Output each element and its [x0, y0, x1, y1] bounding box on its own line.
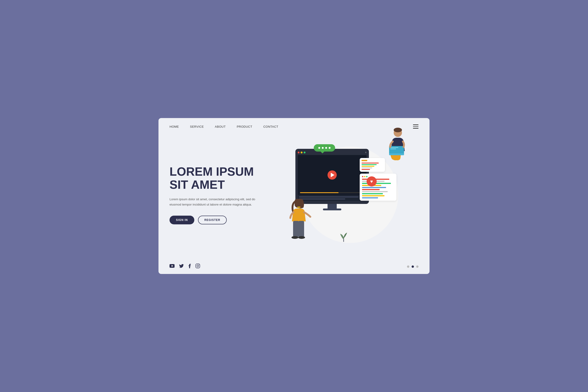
hero-title: LOREM IPSUM SIT AMET: [170, 165, 277, 191]
svg-rect-3: [389, 146, 404, 154]
heart-icon: ♥: [366, 176, 377, 186]
nav-links: HOME SERVICE ABOUT PRODUCT CONTACT: [170, 124, 278, 128]
monitor-menu-icon: ≡: [365, 151, 366, 154]
social-icons: [170, 264, 200, 269]
person-top: [380, 126, 409, 164]
hero-description: Lorem ipsum dolor sit amet, consectetur …: [170, 197, 257, 207]
video-area: [298, 155, 366, 195]
svg-point-15: [197, 265, 199, 267]
person-bottom: [286, 196, 314, 248]
dot-green: [304, 152, 306, 154]
code-line-9: [362, 195, 384, 196]
mini-line-3: [362, 166, 374, 167]
youtube-icon[interactable]: [170, 264, 174, 269]
main-content: LOREM IPSUM SIT AMET Lorem ipsum dolor s…: [158, 135, 430, 259]
mini-line-1: [362, 162, 379, 164]
video-progress: [300, 192, 364, 193]
hero-buttons: SIGN IN REGISTER: [170, 216, 277, 224]
footer: [158, 259, 430, 274]
nav-service[interactable]: SERVICE: [190, 125, 204, 128]
svg-rect-8: [293, 221, 299, 237]
svg-point-11: [298, 236, 305, 239]
code-line-6: [362, 189, 380, 190]
twitter-icon[interactable]: [179, 264, 184, 269]
code-line-5: [362, 187, 386, 188]
page-dot-1[interactable]: [407, 266, 409, 268]
nav-product[interactable]: PRODUCT: [237, 125, 252, 128]
code-line-8: [362, 193, 383, 194]
chat-bubble: [314, 144, 335, 152]
dot-yellow: [301, 152, 302, 154]
page-dot-3[interactable]: [416, 266, 418, 268]
mini-line-4: [362, 168, 372, 168]
progress-fill: [300, 192, 338, 193]
plant-decoration: [337, 229, 350, 243]
instagram-icon[interactable]: [196, 264, 200, 269]
monitor-screen-container: ≡: [296, 149, 369, 204]
monitor-base: [323, 208, 341, 210]
monitor-stand: [328, 204, 337, 208]
svg-rect-7: [297, 207, 300, 208]
svg-rect-5: [390, 148, 396, 149]
cp-dot-3: [366, 176, 368, 177]
chat-dot-2: [322, 147, 324, 149]
page-dot-2[interactable]: [412, 266, 414, 268]
code-line-10: [362, 197, 378, 198]
mini-monitor-top: [362, 160, 367, 161]
play-icon: [331, 173, 334, 177]
monitor-screen: [298, 155, 366, 201]
pagination-dots: [407, 266, 418, 268]
svg-point-16: [199, 264, 199, 265]
register-button[interactable]: REGISTER: [198, 216, 227, 224]
svg-rect-14: [196, 264, 200, 268]
mini-lines: [362, 162, 383, 170]
code-panel: [360, 174, 396, 201]
nav-contact[interactable]: CONTACT: [263, 125, 278, 128]
cp-dot-2: [364, 176, 366, 177]
chat-dot-3: [325, 147, 327, 149]
svg-point-1: [394, 128, 402, 132]
nav-about[interactable]: ABOUT: [215, 125, 226, 128]
cp-dot-1: [362, 176, 363, 177]
chat-dot-1: [318, 147, 320, 149]
svg-point-10: [292, 236, 298, 239]
signin-button[interactable]: SIGN IN: [170, 216, 194, 224]
mini-line-5: [362, 169, 370, 170]
chat-dot-4: [329, 147, 330, 149]
side-panel: [360, 158, 396, 201]
hero-illustration: ≡: [282, 140, 418, 250]
hamburger-menu[interactable]: [413, 124, 418, 128]
hero-left: LOREM IPSUM SIT AMET Lorem ipsum dolor s…: [170, 165, 282, 224]
facebook-icon[interactable]: [188, 264, 191, 269]
mini-line-2: [362, 164, 377, 165]
svg-rect-9: [298, 221, 304, 237]
dot-red: [298, 152, 300, 154]
svg-rect-4: [390, 147, 398, 148]
nav-home[interactable]: HOME: [170, 125, 179, 128]
page-container: HOME SERVICE ABOUT PRODUCT CONTACT LOREM…: [158, 118, 430, 274]
code-line-7: [362, 191, 388, 192]
play-button[interactable]: [328, 170, 337, 180]
code-panel-top: [362, 176, 394, 177]
